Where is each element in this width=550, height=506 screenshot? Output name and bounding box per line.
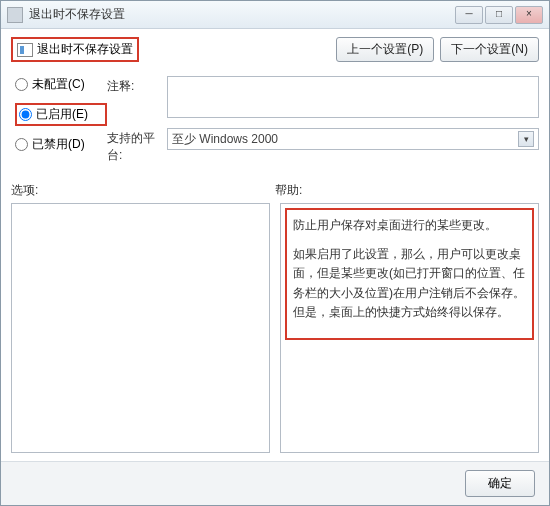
platform-field[interactable]: 至少 Windows 2000 ▾ — [167, 128, 539, 150]
section-headers: 选项: 帮助: — [11, 182, 539, 199]
panels-row: 防止用户保存对桌面进行的某些更改。 如果启用了此设置，那么，用户可以更改桌面，但… — [11, 203, 539, 453]
platform-value: 至少 Windows 2000 — [172, 131, 278, 148]
radio-unconfigured-label: 未配置(C) — [32, 76, 85, 93]
setting-icon — [17, 43, 33, 57]
prev-setting-button[interactable]: 上一个设置(P) — [336, 37, 434, 62]
comment-row: 注释: — [107, 76, 539, 118]
options-row: 未配置(C) 已启用(E) 已禁用(D) 注释: — [11, 76, 539, 174]
content-area: 退出时不保存设置 上一个设置(P) 下一个设置(N) 未配置(C) 已启用(E) — [1, 29, 549, 461]
minimize-button[interactable]: ─ — [455, 6, 483, 24]
radio-enabled-label: 已启用(E) — [36, 106, 88, 123]
next-setting-button[interactable]: 下一个设置(N) — [440, 37, 539, 62]
help-paragraph-2: 如果启用了此设置，那么，用户可以更改桌面，但是某些更改(如已打开窗口的位置、任务… — [293, 245, 526, 322]
help-text-box: 防止用户保存对桌面进行的某些更改。 如果启用了此设置，那么，用户可以更改桌面，但… — [285, 208, 534, 340]
radio-enabled[interactable]: 已启用(E) — [19, 106, 88, 123]
comment-input[interactable] — [167, 76, 539, 118]
platform-row: 支持的平台: 至少 Windows 2000 ▾ — [107, 128, 539, 164]
radio-disabled-input[interactable] — [15, 138, 28, 151]
radio-disabled[interactable]: 已禁用(D) — [15, 136, 107, 153]
help-panel[interactable]: 防止用户保存对桌面进行的某些更改。 如果启用了此设置，那么，用户可以更改桌面，但… — [280, 203, 539, 453]
app-icon — [7, 7, 23, 23]
options-header: 选项: — [11, 182, 275, 199]
titlebar[interactable]: 退出时不保存设置 ─ □ × — [1, 1, 549, 29]
window-title: 退出时不保存设置 — [29, 6, 455, 23]
nav-buttons: 上一个设置(P) 下一个设置(N) — [336, 37, 539, 62]
help-paragraph-1: 防止用户保存对桌面进行的某些更改。 — [293, 216, 526, 235]
radio-disabled-label: 已禁用(D) — [32, 136, 85, 153]
radio-enabled-highlight: 已启用(E) — [15, 103, 107, 126]
fields-column: 注释: 支持的平台: 至少 Windows 2000 ▾ — [107, 76, 539, 174]
window-controls: ─ □ × — [455, 6, 543, 24]
platform-label: 支持的平台: — [107, 128, 167, 164]
ok-button[interactable]: 确定 — [465, 470, 535, 497]
header-row: 退出时不保存设置 上一个设置(P) 下一个设置(N) — [11, 37, 539, 62]
setting-title-box: 退出时不保存设置 — [11, 37, 139, 62]
options-panel[interactable] — [11, 203, 270, 453]
radio-group: 未配置(C) 已启用(E) 已禁用(D) — [11, 76, 107, 174]
radio-unconfigured[interactable]: 未配置(C) — [15, 76, 107, 93]
dialog-window: 退出时不保存设置 ─ □ × 退出时不保存设置 上一个设置(P) 下一个设置(N… — [0, 0, 550, 506]
setting-name: 退出时不保存设置 — [37, 41, 133, 58]
chevron-down-icon[interactable]: ▾ — [518, 131, 534, 147]
radio-unconfigured-input[interactable] — [15, 78, 28, 91]
radio-enabled-input[interactable] — [19, 108, 32, 121]
footer: 确定 — [1, 461, 549, 505]
help-header: 帮助: — [275, 182, 539, 199]
close-button[interactable]: × — [515, 6, 543, 24]
maximize-button[interactable]: □ — [485, 6, 513, 24]
comment-label: 注释: — [107, 76, 167, 95]
